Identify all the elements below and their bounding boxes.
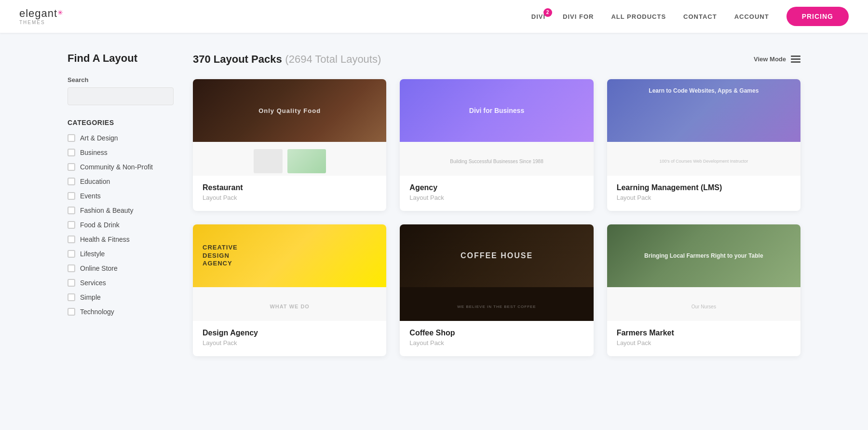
categories-title: Categories [68,119,174,126]
category-label-food-drink: Food & Drink [80,221,120,229]
categories-list: Art & Design Business Community & Non-Pr… [68,134,174,316]
checkbox-simple[interactable] [68,293,75,301]
category-simple[interactable]: Simple [68,293,174,301]
category-label-lifestyle: Lifestyle [80,250,105,258]
card-image-bottom-lms [607,142,800,176]
nav-item-account[interactable]: ACCOUNT [734,13,769,20]
card-info-agency: Agency Layout Pack [400,176,593,211]
nav-item-divi-for[interactable]: DIVI FOR [563,13,594,20]
card-subtitle-farmers-market: Layout Pack [617,339,791,347]
category-label-fashion-beauty: Fashion & Beauty [80,207,134,214]
sidebar: Find A Layout Search Categories Art & De… [68,52,174,356]
checkbox-community-nonprofit[interactable] [68,163,75,171]
category-food-drink[interactable]: Food & Drink [68,221,174,229]
card-image-top-design-agency [193,224,386,287]
card-image-agency [400,79,593,176]
card-image-top-agency [400,79,593,142]
category-business[interactable]: Business [68,149,174,156]
checkbox-events[interactable] [68,192,75,200]
checkbox-education[interactable] [68,178,75,185]
view-mode-icon [791,55,800,63]
card-title-farmers-market: Farmers Market [617,329,791,337]
card-title-coffee-shop: Coffee Shop [409,329,583,337]
divi-badge: 2 [543,8,552,17]
card-info-design-agency: Design Agency Layout Pack [193,321,386,356]
nav-item-contact[interactable]: CONTACT [683,13,717,20]
layout-card-design-agency[interactable]: Design Agency Layout Pack [193,224,386,356]
view-mode-label: View Mode [754,55,786,63]
layout-card-lms[interactable]: Learning Management (LMS) Layout Pack [607,79,800,211]
card-subtitle-restaurant: Layout Pack [203,194,377,201]
logo-elegant-text: elegant [19,8,57,19]
category-health-fitness[interactable]: Health & Fitness [68,236,174,243]
card-title-restaurant: Restaurant [203,183,377,192]
layout-card-restaurant[interactable]: Restaurant Layout Pack [193,79,386,211]
layout-card-agency[interactable]: Agency Layout Pack [400,79,593,211]
card-image-bottom-design-agency [193,287,386,321]
header: elegant ✳ themes DIVI 2 DIVI FOR ALL PRO… [0,0,868,33]
card-image-lms [607,79,800,176]
card-image-bottom-agency [400,142,593,176]
card-info-farmers-market: Farmers Market Layout Pack [607,321,800,356]
layout-count-sub: (2694 Total Layouts) [285,53,381,65]
card-subtitle-lms: Layout Pack [617,194,791,201]
checkbox-technology[interactable] [68,308,75,316]
category-technology[interactable]: Technology [68,308,174,316]
card-image-restaurant [193,79,386,176]
category-fashion-beauty[interactable]: Fashion & Beauty [68,207,174,214]
card-image-top-farmers-market [607,224,800,287]
category-label-education: Education [80,178,110,185]
find-layout-title: Find A Layout [68,52,174,65]
card-info-restaurant: Restaurant Layout Pack [193,176,386,211]
card-subtitle-agency: Layout Pack [409,194,583,201]
main-nav: DIVI 2 DIVI FOR ALL PRODUCTS CONTACT ACC… [531,7,849,26]
checkbox-online-store[interactable] [68,264,75,272]
category-community-nonprofit[interactable]: Community & Non-Profit [68,163,174,171]
card-image-design-agency [193,224,386,321]
card-info-coffee-shop: Coffee Shop Layout Pack [400,321,593,356]
category-education[interactable]: Education [68,178,174,185]
checkbox-food-drink[interactable] [68,221,75,229]
checkbox-fashion-beauty[interactable] [68,207,75,214]
category-online-store[interactable]: Online Store [68,264,174,272]
logo-star-icon: ✳ [57,9,63,16]
card-subtitle-coffee-shop: Layout Pack [409,339,583,347]
category-label-business: Business [80,149,108,156]
checkbox-art-design[interactable] [68,134,75,142]
card-image-top-lms [607,79,800,142]
category-label-health-fitness: Health & Fitness [80,236,130,243]
category-lifestyle[interactable]: Lifestyle [68,250,174,258]
category-services[interactable]: Services [68,279,174,287]
category-label-simple: Simple [80,293,101,301]
search-input[interactable] [68,87,174,105]
category-label-events: Events [80,192,101,200]
layout-count-heading: 370 Layout Packs (2694 Total Layouts) [193,52,381,66]
category-label-technology: Technology [80,308,114,316]
card-image-top-coffee-shop [400,224,593,287]
checkbox-health-fitness[interactable] [68,236,75,243]
card-title-agency: Agency [409,183,583,192]
card-title-design-agency: Design Agency [203,329,377,337]
card-title-lms: Learning Management (LMS) [617,183,791,192]
category-events[interactable]: Events [68,192,174,200]
checkbox-services[interactable] [68,279,75,287]
content-area: 370 Layout Packs (2694 Total Layouts) Vi… [193,52,800,356]
category-label-community-nonprofit: Community & Non-Profit [80,163,153,171]
view-mode-toggle[interactable]: View Mode [754,55,800,63]
category-label-art-design: Art & Design [80,134,118,142]
nav-item-divi[interactable]: DIVI 2 [531,13,545,20]
layout-grid: Restaurant Layout Pack Agency Layout Pac… [193,79,800,356]
layout-card-coffee-shop[interactable]: Coffee Shop Layout Pack [400,224,593,356]
category-label-services: Services [80,279,106,287]
logo-themes-text: themes [19,20,63,25]
category-art-design[interactable]: Art & Design [68,134,174,142]
nav-item-all-products[interactable]: ALL PRODUCTS [611,13,666,20]
card-image-farmers-market [607,224,800,321]
content-header: 370 Layout Packs (2694 Total Layouts) Vi… [193,52,800,66]
layout-count-title: 370 Layout Packs [193,53,282,65]
logo[interactable]: elegant ✳ themes [19,8,63,25]
checkbox-business[interactable] [68,149,75,156]
pricing-button[interactable]: PRICING [787,7,849,26]
checkbox-lifestyle[interactable] [68,250,75,258]
layout-card-farmers-market[interactable]: Farmers Market Layout Pack [607,224,800,356]
